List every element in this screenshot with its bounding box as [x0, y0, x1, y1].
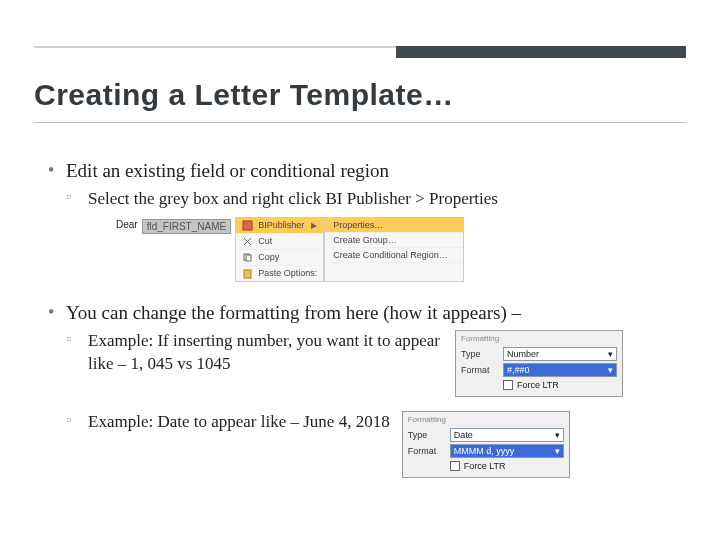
svg-rect-0 [243, 221, 252, 230]
bullet-2-text: You can change the formatting from here … [66, 302, 521, 323]
checkbox-icon [450, 461, 460, 471]
header-rule [34, 46, 686, 62]
ctx-properties: Properties… [325, 218, 463, 233]
chevron-down-icon: ▾ [555, 429, 560, 441]
bipublisher-icon [242, 220, 253, 231]
type-select: Date ▾ [450, 428, 564, 442]
title-underline [34, 122, 686, 123]
format-select: MMMM d, yyyy ▾ [450, 444, 564, 458]
dear-label: Dear [116, 219, 138, 230]
type-select: Number ▾ [503, 347, 617, 361]
force-ltr-check: Force LTR [503, 379, 617, 391]
bullet-1-text: Edit an existing field or conditional re… [66, 160, 389, 181]
scissors-icon [242, 236, 253, 247]
checkbox-icon [503, 380, 513, 390]
type-label: Type [461, 348, 499, 360]
format-label: Format [461, 364, 499, 376]
chevron-down-icon: ▾ [608, 348, 613, 360]
panel-tab: Formatting [408, 415, 564, 426]
format-panel-number: Formatting Type Number ▾ Format [455, 330, 623, 397]
ctx-create-cond: Create Conditional Region… [325, 248, 463, 263]
page-title: Creating a Letter Template… [34, 78, 454, 112]
svg-rect-3 [244, 270, 251, 278]
chevron-down-icon: ▾ [608, 364, 613, 376]
type-label: Type [408, 429, 446, 441]
ctx-copy: Copy [236, 250, 323, 266]
format-panel-date: Formatting Type Date ▾ Format [402, 411, 570, 478]
merge-field: fld_FIRST_NAME [142, 219, 231, 234]
chevron-right-icon: ▶ [311, 221, 317, 230]
example-number-text: Example: If inserting number, you want i… [88, 330, 443, 376]
content-area: Edit an existing field or conditional re… [48, 160, 690, 488]
bullet-1: Edit an existing field or conditional re… [48, 160, 690, 282]
chevron-down-icon: ▾ [555, 445, 560, 457]
ctx-bipublisher: BIPublisher ▶ [236, 218, 323, 234]
bullet-2: You can change the formatting from here … [48, 302, 690, 478]
context-menu-col2: Properties… Create Group… Create Conditi… [324, 217, 464, 282]
example-date-text: Example: Date to appear like – June 4, 2… [88, 411, 390, 434]
format-label: Format [408, 445, 446, 457]
ctx-cut: Cut [236, 234, 323, 250]
context-menu-col1: BIPublisher ▶ Cut [235, 217, 324, 282]
paste-icon [242, 268, 253, 279]
format-select: #,##0 ▾ [503, 363, 617, 377]
context-menu-screenshot: Dear fld_FIRST_NAME BIPublisher ▶ [112, 217, 690, 282]
bullet-1-sub-1: Select the grey box and right click BI P… [66, 188, 690, 211]
svg-rect-2 [246, 255, 251, 261]
bullet-2-sub-1: Example: If inserting number, you want i… [66, 330, 690, 397]
force-ltr-check: Force LTR [450, 460, 564, 472]
copy-icon [242, 252, 253, 263]
panel-tab: Formatting [461, 334, 617, 345]
ctx-create-group: Create Group… [325, 233, 463, 248]
bullet-2-sub-2: Example: Date to appear like – June 4, 2… [66, 411, 690, 478]
ctx-paste: Paste Options: [236, 266, 323, 281]
word-snippet: Dear fld_FIRST_NAME [112, 217, 235, 282]
